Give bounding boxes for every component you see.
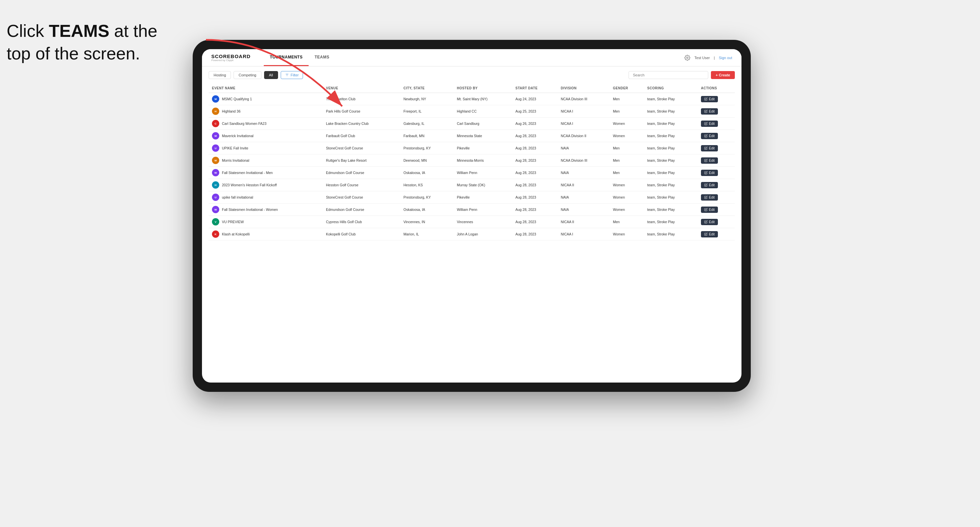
- team-logo: W: [212, 169, 219, 176]
- cell-start-date: Aug 28, 2023: [512, 179, 557, 191]
- event-name: UPIKE Fall Invite: [222, 146, 248, 150]
- logo-text: SCOREBOARD: [211, 54, 250, 59]
- cell-city-state: Oskaloosa, IA: [400, 203, 453, 216]
- cell-division: NAIA: [557, 167, 609, 179]
- cell-scoring: team, Stroke Play: [644, 167, 698, 179]
- event-name: VU PREVIEW: [222, 220, 244, 224]
- cell-scoring: team, Stroke Play: [644, 105, 698, 117]
- hosting-filter-button[interactable]: Hosting: [208, 71, 231, 79]
- team-logo: M: [212, 95, 219, 103]
- edit-button[interactable]: Edit: [701, 219, 718, 225]
- col-event-name: EVENT NAME: [208, 84, 323, 93]
- cell-event-name: M Morris Invitational: [208, 154, 323, 167]
- team-logo: M: [212, 132, 219, 140]
- cell-division: NICAA I: [557, 117, 609, 130]
- table-container: EVENT NAME VENUE CITY, STATE HOSTED BY S…: [208, 84, 735, 383]
- table-row: U UPIKE Fall Invite StoneCrest Golf Cour…: [208, 142, 735, 154]
- cell-event-name: H 2023 Women's Hesston Fall Kickoff: [208, 179, 323, 191]
- cell-start-date: Aug 28, 2023: [512, 216, 557, 228]
- cell-scoring: team, Stroke Play: [644, 117, 698, 130]
- edit-button[interactable]: Edit: [701, 231, 718, 237]
- table-row: W Fall Statesmen Invitational - Men Edmu…: [208, 167, 735, 179]
- cell-division: NCAA Division III: [557, 93, 609, 105]
- cell-gender: Men: [609, 105, 644, 117]
- table-header-row: EVENT NAME VENUE CITY, STATE HOSTED BY S…: [208, 84, 735, 93]
- cell-division: NAIA: [557, 203, 609, 216]
- cell-event-name: V VU PREVIEW: [208, 216, 323, 228]
- event-name: Klash at Kokopelli: [222, 232, 250, 236]
- cell-division: NICAA I: [557, 228, 609, 240]
- team-logo: V: [212, 218, 219, 225]
- cell-city-state: Deerwood, MN: [400, 154, 453, 167]
- table-body: M MSMC Qualifying 1 The Powelton Club Ne…: [208, 93, 735, 240]
- cell-gender: Women: [609, 228, 644, 240]
- cell-actions: Edit: [698, 130, 735, 142]
- cell-venue: Cypress Hills Golf Club: [323, 216, 400, 228]
- edit-button[interactable]: Edit: [701, 170, 718, 176]
- event-name: Carl Sandburg Women FA23: [222, 122, 266, 125]
- edit-button[interactable]: Edit: [701, 121, 718, 127]
- cell-venue: Hesston Golf Course: [323, 179, 400, 191]
- cell-scoring: team, Stroke Play: [644, 191, 698, 203]
- cell-division: NAIA: [557, 191, 609, 203]
- table-row: H 2023 Women's Hesston Fall Kickoff Hess…: [208, 179, 735, 191]
- cell-city-state: Oskaloosa, IA: [400, 167, 453, 179]
- search-input[interactable]: [628, 71, 708, 79]
- cell-event-name: U UPIKE Fall Invite: [208, 142, 323, 154]
- edit-button[interactable]: Edit: [701, 108, 718, 114]
- edit-icon: [704, 195, 708, 199]
- event-name: Fall Statesmen Invitational - Men: [222, 171, 273, 175]
- cell-venue: The Powelton Club: [323, 93, 400, 105]
- cell-city-state: Newburgh, NY: [400, 93, 453, 105]
- sign-out-link[interactable]: Sign out: [719, 56, 732, 60]
- nav-tab-tournaments[interactable]: TOURNAMENTS: [264, 49, 309, 66]
- edit-button[interactable]: Edit: [701, 145, 718, 151]
- col-start-date: START DATE: [512, 84, 557, 93]
- edit-button[interactable]: Edit: [701, 96, 718, 102]
- cell-gender: Men: [609, 216, 644, 228]
- cell-hosted-by: William Penn: [453, 203, 512, 216]
- cell-actions: Edit: [698, 179, 735, 191]
- nav-tab-teams[interactable]: TEAMS: [309, 49, 336, 66]
- cell-hosted-by: Pikeville: [453, 142, 512, 154]
- cell-start-date: Aug 28, 2023: [512, 154, 557, 167]
- col-venue: VENUE: [323, 84, 400, 93]
- cell-venue: Ruttger's Bay Lake Resort: [323, 154, 400, 167]
- all-filter-button[interactable]: All: [264, 71, 278, 79]
- team-logo: H: [212, 181, 219, 189]
- cell-gender: Men: [609, 154, 644, 167]
- edit-icon: [704, 159, 708, 162]
- filter-icon-button[interactable]: Filter: [281, 71, 303, 79]
- create-button[interactable]: + Create: [711, 71, 735, 79]
- edit-button[interactable]: Edit: [701, 182, 718, 188]
- nav-tabs: TOURNAMENTS TEAMS: [264, 49, 335, 66]
- cell-start-date: Aug 28, 2023: [512, 167, 557, 179]
- event-name: Highland 36: [222, 109, 240, 113]
- cell-hosted-by: Minnesota State: [453, 130, 512, 142]
- cell-venue: StoneCrest Golf Course: [323, 142, 400, 154]
- cell-actions: Edit: [698, 93, 735, 105]
- settings-icon[interactable]: [684, 55, 690, 61]
- team-logo: H: [212, 108, 219, 115]
- filter-bar: Hosting Competing All Filter + Create: [208, 71, 735, 79]
- edit-button[interactable]: Edit: [701, 133, 718, 139]
- cell-event-name: W Fall Statesmen Invitational - Women: [208, 203, 323, 216]
- cell-gender: Women: [609, 117, 644, 130]
- cell-city-state: Hesston, KS: [400, 179, 453, 191]
- cell-event-name: W Fall Statesmen Invitational - Men: [208, 167, 323, 179]
- cell-event-name: C Carl Sandburg Women FA23: [208, 117, 323, 130]
- cell-scoring: team, Stroke Play: [644, 179, 698, 191]
- event-name: 2023 Women's Hesston Fall Kickoff: [222, 183, 277, 187]
- cell-city-state: Faribault, MN: [400, 130, 453, 142]
- cell-gender: Men: [609, 93, 644, 105]
- cell-city-state: Prestonsburg, KY: [400, 191, 453, 203]
- edit-button[interactable]: Edit: [701, 206, 718, 213]
- divider: |: [714, 56, 715, 60]
- logo-sub: Powered by Clippit: [211, 59, 250, 62]
- edit-button[interactable]: Edit: [701, 194, 718, 201]
- edit-icon: [704, 122, 708, 125]
- cell-actions: Edit: [698, 117, 735, 130]
- edit-button[interactable]: Edit: [701, 157, 718, 164]
- col-gender: GENDER: [609, 84, 644, 93]
- competing-filter-button[interactable]: Competing: [234, 71, 261, 79]
